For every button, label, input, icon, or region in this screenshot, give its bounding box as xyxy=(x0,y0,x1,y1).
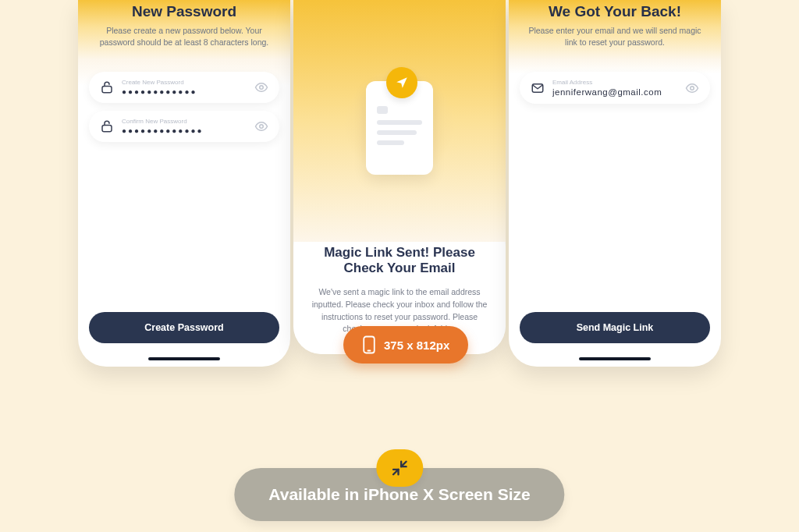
field-value: ●●●●●●●●●●●●● xyxy=(122,126,247,135)
eye-icon[interactable] xyxy=(254,80,268,94)
field-value: jenniferwang@gmail.com xyxy=(552,87,677,97)
lock-icon xyxy=(100,80,114,94)
send-magic-link-button[interactable]: Send Magic Link xyxy=(520,312,710,343)
sheet-title: Magic Link Sent! Please Check Your Email xyxy=(309,245,490,277)
page-title: We Got Your Back! xyxy=(523,3,707,20)
lock-icon xyxy=(100,119,114,133)
svg-rect-2 xyxy=(102,126,112,132)
page-subtitle: Please create a new password below. Your… xyxy=(92,25,276,48)
field-label: Confirm New Password xyxy=(122,118,247,125)
svg-rect-0 xyxy=(102,87,112,93)
svg-point-3 xyxy=(260,125,264,129)
svg-point-5 xyxy=(691,87,694,90)
confirm-password-input[interactable]: Confirm New Password ●●●●●●●●●●●●● xyxy=(89,111,279,142)
send-icon xyxy=(386,67,417,98)
mail-icon xyxy=(531,81,545,95)
page-title: New Password xyxy=(92,3,276,20)
create-password-input[interactable]: Create New Password ●●●●●●●●●●●● xyxy=(89,72,279,103)
header: New Password Please create a new passwor… xyxy=(78,0,290,59)
screen-size-badge: 375 x 812px xyxy=(343,326,468,364)
home-indicator xyxy=(148,357,220,360)
phone-icon xyxy=(362,335,376,354)
screen-magic-link-sent: Magic Link Sent! Please Check Your Email… xyxy=(293,0,506,354)
illustration xyxy=(293,0,506,242)
preview-stage: New Password Please create a new passwor… xyxy=(0,0,799,532)
screen-forgot-password: We Got Your Back! Please enter your emai… xyxy=(509,0,721,367)
header: We Got Your Back! Please enter your emai… xyxy=(509,0,721,59)
create-password-button[interactable]: Create Password xyxy=(89,312,279,343)
caption: Available in iPhone X Screen Size xyxy=(234,449,564,521)
field-value: ●●●●●●●●●●●● xyxy=(122,87,247,96)
home-indicator xyxy=(579,357,651,360)
screen-size-text: 375 x 812px xyxy=(384,339,449,352)
field-label: Create New Password xyxy=(122,79,247,86)
page-subtitle: Please enter your email and we will send… xyxy=(523,25,707,48)
form: Create New Password ●●●●●●●●●●●● Confirm… xyxy=(78,59,290,142)
field-label: Email Address xyxy=(552,79,677,86)
form: Email Address jenniferwang@gmail.com xyxy=(509,59,721,104)
eye-icon[interactable] xyxy=(685,81,699,95)
svg-point-1 xyxy=(260,86,264,90)
screen-new-password: New Password Please create a new passwor… xyxy=(78,0,290,367)
eye-icon[interactable] xyxy=(254,119,268,133)
shrink-icon xyxy=(376,449,423,487)
email-input[interactable]: Email Address jenniferwang@gmail.com xyxy=(520,72,710,104)
